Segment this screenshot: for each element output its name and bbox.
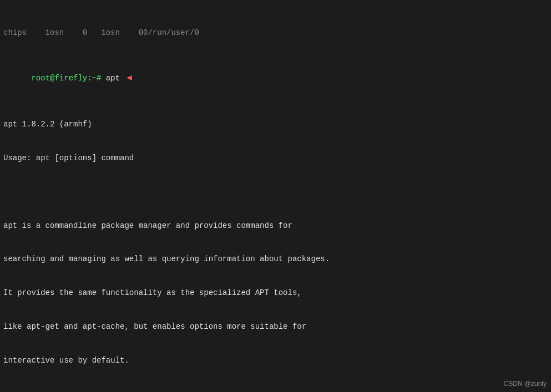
blank-1 [3,186,548,197]
apt-usage: Usage: apt [options] command [3,152,548,164]
apt-desc-2: searching and managing as well as queryi… [3,253,548,264]
prev-output-line: chips 1osn 0 1osn 00/run/user/0 [3,27,548,38]
terminal-output: chips 1osn 0 1osn 00/run/user/0 root@fir… [3,4,548,392]
apt-desc-3: It provides the same functionality as th… [3,287,548,298]
watermark: CSDN @zunly [503,380,547,388]
apt-desc-5: interactive use by default. [3,355,548,366]
blank-2 [3,389,548,392]
command-line-apt: root@firefly:~# apt ◄ [3,60,548,96]
arrow-indicator: ◄ [127,73,132,83]
apt-desc-4: like apt-get and apt-cache, but enables … [3,321,548,332]
prompt-text: root@firefly:~# [31,74,105,83]
apt-desc-1: apt is a commandline package manager and… [3,220,548,231]
command-text: apt [106,74,125,83]
terminal-window[interactable]: chips 1osn 0 1osn 00/run/user/0 root@fir… [0,0,551,392]
apt-version: apt 1.8.2.2 (armhf) [3,119,548,130]
